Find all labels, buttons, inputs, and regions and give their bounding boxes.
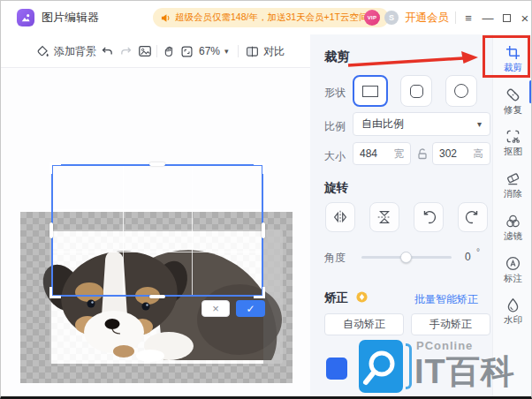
sidebar-item-label: 水印 <box>504 314 522 327</box>
toolbar-divider <box>93 45 94 57</box>
chevron-down-icon: ▾ <box>477 119 482 129</box>
menu-button[interactable]: ≡ <box>460 1 476 34</box>
crop-handle-top-left[interactable] <box>49 162 61 174</box>
vip-badge[interactable]: VIP <box>364 10 380 26</box>
crop-handle-left[interactable] <box>49 222 53 238</box>
ratio-value: 自由比例 <box>361 117 404 132</box>
sidebar-item-erase[interactable]: 消除 <box>493 171 532 205</box>
sidebar-item-label: 抠图 <box>504 146 522 158</box>
batch-correct-link[interactable]: 批量智能矫正 <box>414 292 478 307</box>
angle-slider[interactable] <box>361 256 452 259</box>
crop-handle-bottom[interactable] <box>149 295 165 298</box>
crop-handle-top[interactable] <box>149 162 165 166</box>
crop-dim-overlay <box>20 364 293 383</box>
shape-rounded-button[interactable] <box>400 75 432 107</box>
crop-dim-overlay <box>263 231 293 364</box>
watermark-icon <box>505 297 521 312</box>
shape-rectangle-button[interactable] <box>353 75 388 107</box>
height-field[interactable]: 高 <box>432 142 490 165</box>
sidebar-item-label: 裁剪 <box>504 62 522 74</box>
crop-handle-bottom-left[interactable] <box>49 287 61 298</box>
sidebar-item-filter[interactable]: 滤镜 <box>493 214 532 247</box>
flip-horizontal-button[interactable] <box>325 202 355 232</box>
minimize-button[interactable]: — <box>480 1 496 34</box>
eraser-icon <box>505 171 521 186</box>
grid-line <box>123 166 124 295</box>
rotate-right-icon <box>464 208 482 226</box>
vip-feature-icon <box>356 291 368 303</box>
undo-button[interactable] <box>100 34 114 68</box>
sidebar-item-watermark[interactable]: 水印 <box>493 297 532 331</box>
rounded-shape-icon <box>410 85 423 98</box>
sidebar-item-annotate[interactable]: 标注 <box>493 256 532 290</box>
toolbar-divider <box>238 45 239 57</box>
flip-horizontal-icon <box>331 208 349 226</box>
watermark-logo-icon <box>359 340 403 393</box>
chevron-down-icon: ▾ <box>224 47 229 56</box>
sidebar-item-label: 消除 <box>504 188 522 200</box>
compare-label: 对比 <box>263 44 285 59</box>
redo-button[interactable] <box>119 34 133 68</box>
flip-vertical-button[interactable] <box>369 202 399 232</box>
promo-banner[interactable]: 超级会员仅需148/年，加送31天会员+1T云空间 × <box>153 8 389 27</box>
pan-tool-button[interactable] <box>163 34 176 68</box>
ratio-label: 比例 <box>324 119 346 134</box>
sidebar-item-label: 滤镜 <box>504 230 522 243</box>
close-button[interactable]: × <box>517 1 532 34</box>
width-field[interactable]: 宽 <box>353 142 411 165</box>
height-input[interactable] <box>439 147 467 160</box>
rotate-right-button[interactable] <box>458 202 488 232</box>
upgrade-membership-button[interactable]: 开通会员 <box>405 1 449 34</box>
rectangle-shape-icon <box>362 86 378 97</box>
maximize-button[interactable] <box>498 1 514 34</box>
sidebar-item-repair[interactable]: 修复 <box>493 87 532 121</box>
manual-correct-button[interactable]: 手动矫正 <box>411 313 490 335</box>
rotate-left-button[interactable] <box>414 202 444 232</box>
color-swatch[interactable] <box>326 358 347 380</box>
app-title: 图片编辑器 <box>42 1 99 34</box>
zoom-level-value: 67% <box>199 45 220 57</box>
app-window: 图片编辑器 超级会员仅需148/年，加送31天会员+1T云空间 × VIP S … <box>0 0 532 399</box>
rotate-left-icon <box>420 208 437 226</box>
coin-badge[interactable]: S <box>384 11 399 25</box>
ratio-select[interactable]: 自由比例 ▾ <box>353 112 490 136</box>
angle-label: 角度 <box>324 251 346 266</box>
shape-circle-button[interactable] <box>445 75 477 107</box>
add-background-button[interactable]: 添加背景 <box>36 34 96 68</box>
grid-line <box>53 209 262 210</box>
auto-correct-button[interactable]: 自动矫正 <box>324 313 404 335</box>
annotate-icon <box>505 256 521 271</box>
crop-confirm-button[interactable]: ✓ <box>236 300 265 317</box>
toolbar-divider <box>156 45 157 57</box>
width-input[interactable] <box>360 147 388 160</box>
watermark-title: IT百科 <box>414 350 515 395</box>
crop-cancel-button[interactable]: × <box>201 300 230 317</box>
title-bar: 图片编辑器 超级会员仅需148/年，加送31天会员+1T云空间 × VIP S … <box>1 1 532 34</box>
add-background-label: 添加背景 <box>54 44 96 59</box>
width-unit: 宽 <box>394 147 405 161</box>
zoom-level-dropdown[interactable]: 67% ▾ <box>199 34 229 68</box>
image-icon <box>138 44 152 58</box>
crop-handle-top-right[interactable] <box>254 162 265 174</box>
crop-handle-right[interactable] <box>262 222 265 238</box>
angle-slider-handle[interactable] <box>400 252 412 263</box>
circle-shape-icon <box>454 84 468 98</box>
fit-to-screen-button[interactable] <box>180 34 194 68</box>
shape-label: 形状 <box>324 86 346 101</box>
megaphone-icon <box>161 13 171 23</box>
redo-icon <box>119 44 133 58</box>
sidebar-item-crop[interactable]: 裁剪 <box>493 45 532 79</box>
angle-value: 0 <box>465 251 471 263</box>
maximize-icon <box>503 14 511 22</box>
unlock-icon[interactable] <box>416 147 429 160</box>
compare-button[interactable]: 对比 <box>246 34 285 68</box>
panel-title: 裁剪 <box>324 49 350 65</box>
grid-line <box>192 166 193 295</box>
crop-selection[interactable] <box>51 164 263 297</box>
grid-line <box>53 252 262 252</box>
app-logo-icon <box>17 9 34 26</box>
image-history-button[interactable] <box>138 34 152 68</box>
height-unit: 高 <box>474 147 484 161</box>
crop-handle-bottom-right[interactable] <box>254 287 265 298</box>
sidebar-item-cutout[interactable]: 抠图 <box>493 129 532 162</box>
